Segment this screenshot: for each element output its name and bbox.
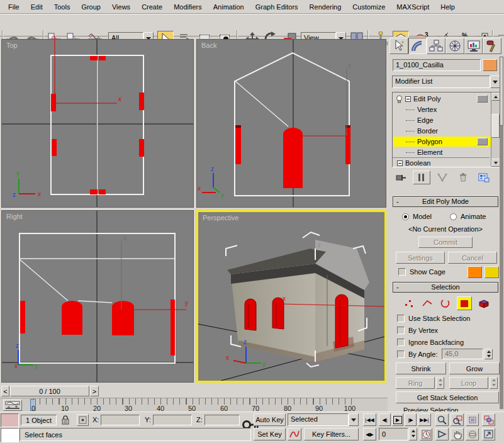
menu-maxscript[interactable]: MAXScript bbox=[391, 1, 435, 13]
boolean-collapse-box[interactable] bbox=[397, 160, 403, 166]
modifier-list-arrow[interactable] bbox=[490, 76, 500, 88]
go-to-end-button[interactable]: ▶▶| bbox=[418, 413, 431, 426]
absolute-mode-transform-toggle[interactable] bbox=[77, 414, 89, 426]
stack-row-border[interactable]: Border bbox=[393, 126, 489, 136]
stack-row-edit-poly[interactable]: Edit Poly bbox=[393, 94, 489, 104]
show-end-result-button[interactable] bbox=[413, 171, 430, 184]
tab-motion[interactable] bbox=[445, 38, 464, 54]
make-unique-button[interactable] bbox=[434, 171, 451, 184]
stack-scroll-thumb[interactable] bbox=[491, 114, 500, 138]
shrink-button[interactable]: Shrink bbox=[396, 362, 446, 374]
loop-spinner[interactable] bbox=[490, 377, 498, 389]
arc-rotate-button[interactable] bbox=[466, 428, 479, 440]
previous-frame-button[interactable]: ◀| bbox=[379, 413, 391, 426]
viewport-right[interactable]: Right z y z y bbox=[1, 210, 194, 383]
zoom-extents-button[interactable] bbox=[466, 413, 479, 426]
cancel-button[interactable]: Cancel bbox=[448, 252, 497, 264]
min-max-toggle-button[interactable] bbox=[482, 428, 495, 440]
key-filters-button[interactable]: Key Filters... bbox=[304, 428, 359, 440]
menu-rendering[interactable]: Rendering bbox=[304, 1, 347, 13]
grow-button[interactable]: Grow bbox=[449, 362, 500, 374]
vertex-subobject-button[interactable] bbox=[402, 297, 416, 310]
configure-modifier-sets-button[interactable] bbox=[475, 171, 493, 184]
viewport-back[interactable]: Back z z x y bbox=[196, 39, 386, 208]
spinner-up[interactable] bbox=[437, 378, 444, 383]
use-stack-selection-row[interactable]: Use Stack Selection bbox=[397, 315, 470, 322]
tab-create[interactable] bbox=[389, 38, 408, 54]
time-slider-next-button[interactable]: > bbox=[90, 386, 99, 396]
spinner-up[interactable] bbox=[485, 349, 492, 354]
field-of-view-button[interactable] bbox=[435, 428, 449, 440]
menu-help[interactable]: Help bbox=[435, 1, 461, 13]
track-bar[interactable]: 0 10 20 30 40 50 60 70 80 90 100 bbox=[0, 398, 388, 412]
by-angle-field[interactable]: 45,0 bbox=[442, 349, 483, 359]
panel-scrollbar[interactable] bbox=[500, 57, 503, 409]
panel-scroll-thumb[interactable] bbox=[500, 57, 503, 126]
time-slider[interactable]: 0 / 100 bbox=[10, 386, 89, 396]
maxscript-macro-recorder[interactable] bbox=[1, 413, 19, 427]
stack-scroll-up[interactable] bbox=[491, 93, 500, 101]
tab-display[interactable] bbox=[464, 38, 483, 54]
tab-modify[interactable] bbox=[408, 38, 427, 54]
spinner-up[interactable] bbox=[410, 429, 417, 434]
open-mini-curve-editor-button[interactable] bbox=[3, 400, 22, 411]
ring-spinner[interactable] bbox=[436, 377, 444, 389]
border-subobject-button[interactable] bbox=[439, 297, 452, 310]
collapse-box[interactable] bbox=[405, 96, 411, 102]
animate-radio[interactable] bbox=[450, 213, 457, 220]
time-configuration-button[interactable] bbox=[420, 428, 432, 440]
by-vertex-checkbox[interactable] bbox=[397, 327, 405, 334]
stack-row-edge[interactable]: Edge bbox=[393, 115, 489, 125]
remove-modifier-button[interactable] bbox=[454, 171, 472, 184]
cage-color-swatch[interactable] bbox=[468, 266, 482, 278]
polygon-gizmo-button[interactable] bbox=[477, 138, 488, 145]
get-stack-selection-button[interactable]: Get Stack Selection bbox=[396, 391, 499, 403]
stack-row-element[interactable]: Element bbox=[393, 147, 489, 157]
stack-row-polygon-selected[interactable]: Polygon bbox=[393, 137, 499, 147]
y-coordinate-field[interactable] bbox=[153, 415, 192, 425]
x-coordinate-field[interactable] bbox=[101, 415, 140, 425]
by-angle-row[interactable]: By Angle: bbox=[397, 350, 437, 358]
set-key-button[interactable]: Set Key bbox=[254, 428, 286, 440]
go-to-start-button[interactable]: |◀◀ bbox=[363, 413, 376, 426]
ring-button[interactable]: Ring bbox=[396, 377, 435, 389]
model-radio[interactable] bbox=[402, 213, 409, 220]
object-name-field[interactable]: 1_0100_Casilla bbox=[393, 59, 481, 71]
spinner-down[interactable] bbox=[490, 383, 497, 388]
menu-views[interactable]: Views bbox=[106, 1, 136, 13]
by-angle-spinner[interactable] bbox=[484, 349, 493, 359]
by-vertex-row[interactable]: By Vertex bbox=[397, 327, 438, 334]
tab-hierarchy[interactable] bbox=[427, 38, 445, 54]
settings-button[interactable]: Settings bbox=[396, 252, 445, 264]
menu-file[interactable]: File bbox=[3, 1, 25, 13]
use-stack-selection-checkbox[interactable] bbox=[397, 315, 405, 322]
zoom-all-button[interactable] bbox=[451, 413, 464, 426]
stack-row-boolean[interactable]: Boolean bbox=[393, 158, 489, 168]
animate-radio-row[interactable]: Animate bbox=[450, 213, 486, 220]
menu-edit[interactable]: Edit bbox=[25, 1, 48, 13]
ignore-backfacing-row[interactable]: Ignore Backfacing bbox=[397, 339, 464, 346]
stack-scroll-down[interactable] bbox=[491, 159, 500, 167]
menu-modifiers[interactable]: Modifiers bbox=[168, 1, 208, 13]
zoom-button[interactable] bbox=[435, 413, 449, 426]
z-coordinate-field[interactable] bbox=[204, 415, 240, 425]
modifier-list-combo[interactable]: Modifier List bbox=[392, 76, 500, 88]
show-cage-row[interactable]: Show Cage bbox=[398, 268, 445, 276]
loop-button[interactable]: Loop bbox=[449, 377, 488, 389]
stack-scrollbar[interactable] bbox=[491, 93, 500, 167]
object-color-swatch[interactable] bbox=[483, 59, 497, 71]
menu-create[interactable]: Create bbox=[136, 1, 168, 13]
viewport-perspective[interactable]: Perspective bbox=[196, 210, 386, 383]
zoom-extents-all-button[interactable] bbox=[482, 413, 495, 426]
polygon-subobject-button-active[interactable] bbox=[457, 296, 472, 310]
pin-stack-button[interactable] bbox=[392, 171, 410, 184]
element-subobject-button[interactable] bbox=[476, 297, 491, 310]
cage-selected-color-swatch[interactable] bbox=[484, 266, 499, 278]
auto-key-button[interactable]: Auto Key bbox=[254, 413, 286, 426]
show-cage-checkbox[interactable] bbox=[398, 268, 406, 276]
edit-poly-gizmo-button[interactable] bbox=[477, 95, 488, 103]
spinner-down[interactable] bbox=[410, 434, 417, 439]
pan-button[interactable] bbox=[451, 428, 464, 440]
by-angle-checkbox[interactable] bbox=[397, 350, 405, 358]
menu-tools[interactable]: Tools bbox=[48, 1, 76, 13]
